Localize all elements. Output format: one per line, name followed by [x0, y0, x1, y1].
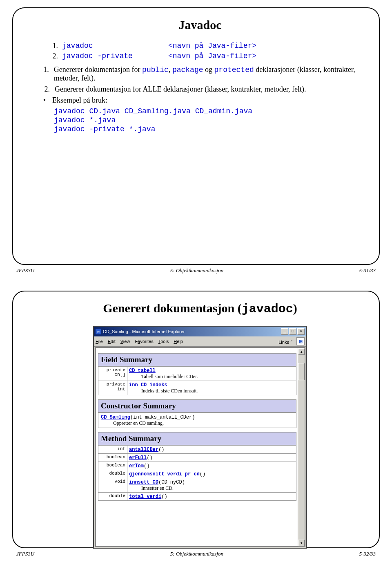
slide-title: Generert dokumentasjon (javadoc) [42, 301, 359, 316]
footer-right: 5-32/33 [359, 551, 376, 557]
method-type: boolean [98, 454, 127, 462]
constructor-summary-table: CD_Samling(int maks_antall_CDer) Opprett… [98, 412, 296, 428]
cmd: javadoc -private [62, 52, 164, 61]
num: 2. [42, 85, 50, 94]
desc-row-2: 2. Genererer dokumentasjon for ALLE dekl… [42, 85, 359, 94]
num: 2. [50, 52, 58, 61]
menu-view[interactable]: View [120, 339, 130, 344]
menubar: File Edit View Favorites Tools Help Link… [94, 336, 306, 347]
field-desc: Tabell som inneholder CDer. [141, 374, 294, 380]
method-link[interactable]: erFull [129, 455, 147, 461]
footer-center: 5: Objektkommunikasjon [170, 267, 223, 274]
cmd-row-2: 2. javadoc -private <navn på Java-filer> [50, 52, 359, 61]
footer-right: 5-31/33 [359, 267, 376, 274]
field-type: private CD[] [98, 367, 127, 381]
slide-1: Javadoc 1. javadoc <navn på Java-filer> … [0, 0, 392, 283]
ctor-link[interactable]: CD_Samling [101, 415, 130, 420]
ctor-cell: CD_Samling(int maks_antall_CDer) Opprett… [98, 413, 296, 428]
vertical-scrollbar[interactable]: ▴ ▾ [298, 348, 305, 546]
table-row: void innsett_CD(CD nyCD) Innsetter en CD… [98, 478, 296, 492]
slide-footer: JFPS3U 5: Objektkommunikasjon 5-32/33 [12, 548, 380, 557]
minimize-button[interactable]: _ [281, 328, 288, 335]
method-desc: Innsetter en CD. [141, 485, 294, 491]
method-summary-heading: Method Summary [98, 432, 296, 445]
num: 1. [42, 65, 49, 83]
footer-left: JFPS3U [16, 551, 34, 557]
window-title: CD_Samling - Microsoft Internet Explorer [103, 329, 281, 334]
field-link[interactable]: CD_tabell [129, 368, 156, 374]
desc-row-1: 1. Genererer dokumentasjon for public, p… [42, 65, 359, 83]
titlebar: e CD_Samling - Microsoft Internet Explor… [94, 327, 306, 336]
browser-window: e CD_Samling - Microsoft Internet Explor… [93, 326, 307, 549]
method-link[interactable]: total_verdi [129, 494, 161, 500]
method-link[interactable]: innsett_CD [129, 480, 158, 485]
field-link[interactable]: inn_CD_indeks [129, 382, 167, 388]
method-type: void [98, 478, 127, 492]
field-summary-heading: Field Summary [98, 353, 296, 366]
table-row: double total_verdi() [98, 492, 296, 500]
table-row: boolean erTom() [98, 462, 296, 470]
bullet-example: • Eksempel på bruk: [42, 96, 359, 105]
browser-content: Field Summary private CD[] CD_tabell Tab… [95, 347, 305, 547]
scroll-thumb[interactable] [298, 363, 305, 380]
method-summary-table: int antallCDer() boolean erFull() boolea… [98, 445, 296, 501]
bullet-dot: • [42, 96, 47, 105]
table-row: int antallCDer() [98, 445, 296, 453]
ctor-desc: Oppretter en CD samling. [113, 420, 294, 426]
bullet-text: Eksempel på bruk: [52, 96, 107, 105]
slide-panel: Generert dokumentasjon (javadoc) e CD_Sa… [12, 291, 380, 548]
arg: <navn på Java-filer> [168, 42, 256, 50]
table-row: double gjennomsnitt_verdi_pr_cd() [98, 470, 296, 478]
links-label[interactable]: Links » [278, 338, 292, 345]
arg: <navn på Java-filer> [168, 52, 256, 61]
footer-left: JFPS3U [16, 267, 34, 274]
scroll-down-button[interactable]: ▾ [298, 540, 305, 546]
slide-panel: Javadoc 1. javadoc <navn på Java-filer> … [12, 7, 380, 265]
cmd: javadoc [62, 42, 164, 50]
method-type: double [98, 470, 127, 478]
menu-edit[interactable]: Edit [108, 339, 116, 344]
field-desc: Indeks til siste CDen innsatt. [141, 388, 294, 394]
method-link[interactable]: erTom [129, 463, 144, 469]
method-type: boolean [98, 462, 127, 470]
ie-icon: e [96, 329, 101, 334]
slide-footer: JFPS3U 5: Objektkommunikasjon 5-31/33 [12, 265, 380, 274]
method-type: int [98, 446, 127, 453]
ctor-args: (int maks_antall_CDer) [130, 415, 195, 420]
field-type: private int [98, 381, 127, 395]
menu-tools[interactable]: Tools [158, 339, 169, 344]
cmd-row-1: 1. javadoc <navn på Java-filer> [50, 42, 359, 50]
maximize-button[interactable]: □ [289, 328, 296, 335]
code-line: javadoc -private *.java [54, 125, 359, 133]
field-cell: inn_CD_indeks Indeks til siste CDen inns… [127, 381, 296, 395]
table-row: private CD[] CD_tabell Tabell som inneho… [98, 366, 296, 381]
table-row: CD_Samling(int maks_antall_CDer) Opprett… [98, 412, 296, 428]
table-row: private int inn_CD_indeks Indeks til sis… [98, 381, 296, 395]
code-block: javadoc CD.java CD_Samling.java CD_admin… [54, 107, 359, 133]
close-button[interactable]: × [297, 328, 305, 335]
table-row: boolean erFull() [98, 453, 296, 462]
slide-title: Javadoc [42, 18, 359, 32]
scroll-up-button[interactable]: ▴ [298, 348, 305, 355]
menu-file[interactable]: File [96, 339, 103, 344]
method-link[interactable]: antallCDer [129, 447, 158, 453]
menu-favorites[interactable]: Favorites [135, 339, 153, 344]
field-cell: CD_tabell Tabell som inneholder CDer. [127, 367, 296, 381]
code-line: javadoc *.java [54, 116, 359, 124]
ie-throbber-icon: ⊞ [296, 337, 305, 345]
footer-center: 5: Objektkommunikasjon [170, 551, 223, 557]
field-summary-table: private CD[] CD_tabell Tabell som inneho… [98, 366, 296, 395]
method-link[interactable]: gjennomsnitt_verdi_pr_cd [129, 471, 200, 477]
slide-2: Generert dokumentasjon (javadoc) e CD_Sa… [0, 283, 392, 567]
code-line: javadoc CD.java CD_Samling.java CD_admin… [54, 107, 359, 115]
method-type: double [98, 493, 127, 500]
desc-text: Genererer dokumentasjon for public, pack… [54, 65, 359, 83]
desc-text: Genererer dokumentasjon for ALLE deklara… [55, 85, 306, 94]
menu-help[interactable]: Help [174, 339, 183, 344]
constructor-summary-heading: Constructor Summary [98, 399, 296, 412]
num: 1. [50, 42, 58, 50]
